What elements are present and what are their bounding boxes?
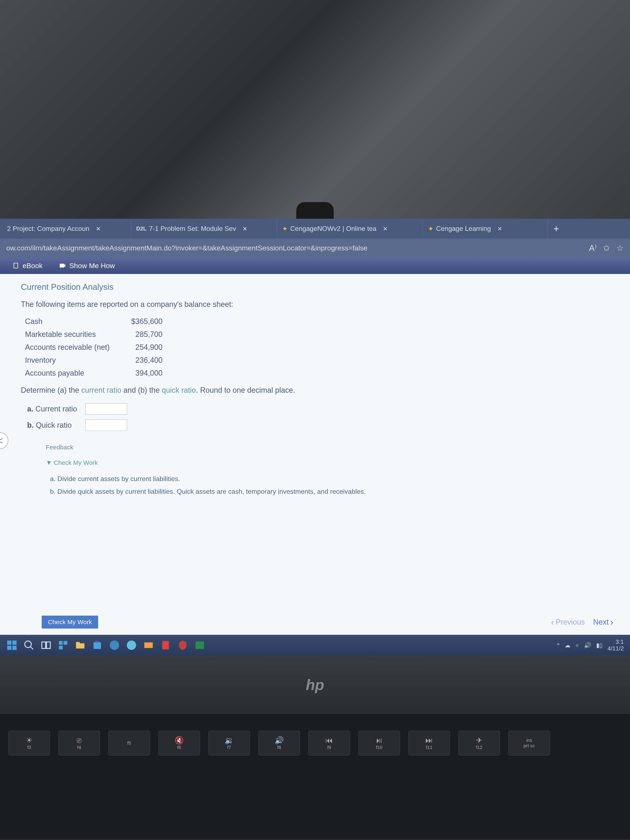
svg-rect-10 [63, 641, 67, 645]
current-ratio-input[interactable] [85, 403, 127, 415]
taskbar-left [6, 639, 205, 651]
mail-icon[interactable] [143, 639, 154, 651]
key-f8: 🔊f8 [258, 731, 300, 756]
volume-icon[interactable]: 🔊 [584, 642, 591, 649]
key-f5: f5 [108, 731, 150, 756]
svg-rect-16 [162, 641, 169, 650]
svg-point-14 [127, 641, 136, 650]
close-icon[interactable]: × [497, 224, 502, 233]
svg-rect-9 [59, 641, 63, 645]
address-bar[interactable]: ow.com/ilrn/takeAssignment/takeAssignmen… [0, 238, 630, 257]
feedback-section: Feedback ▼ Check My Work a. Divide curre… [46, 444, 613, 498]
nav-buttons: ‹ Previous Next › [551, 617, 613, 627]
tab-d2l[interactable]: D2L 7-1 Problem Set: Module Sev × [131, 219, 277, 238]
chevron-up-icon[interactable]: ^ [557, 642, 560, 649]
tab-label: 7-1 Problem Set: Module Sev [149, 225, 236, 232]
search-icon[interactable] [23, 639, 35, 651]
row-label: Inventory [25, 356, 125, 365]
table-row: Accounts payable 394,000 [25, 367, 613, 380]
browser-tab-strip: 2 Project: Company Accoun × D2L 7-1 Prob… [0, 219, 630, 238]
bottom-bar: Check My Work ‹ Previous Next › [0, 607, 630, 635]
app-icon[interactable] [126, 639, 137, 651]
row-label: Marketable securities [25, 330, 125, 339]
check-my-work-toggle[interactable]: ▼ Check My Work [46, 459, 613, 466]
svg-rect-0 [60, 264, 64, 268]
answer-row-a: a. Current ratio [21, 401, 613, 417]
laptop-bezel: hp [0, 655, 630, 714]
row-label: Accounts receivable (net) [25, 343, 125, 352]
edge-icon[interactable] [109, 639, 120, 651]
key-f6: 🔇f6 [158, 731, 200, 756]
key-f3: ☀f3 [8, 731, 50, 756]
table-row: Marketable securities 285,700 [25, 328, 613, 341]
tab-cengage-learning[interactable]: ✦ Cengage Learning × [423, 219, 548, 238]
cloud-icon[interactable]: ☁ [565, 642, 570, 649]
office-icon[interactable] [160, 639, 171, 651]
widgets-icon[interactable] [57, 639, 69, 651]
wifi-icon[interactable]: ⟐ [575, 642, 579, 649]
clock[interactable]: 3:1 4/11/2 [608, 638, 624, 652]
svg-rect-4 [12, 646, 16, 650]
explorer-icon[interactable] [74, 639, 86, 651]
store-icon[interactable] [92, 639, 103, 651]
svg-rect-12 [93, 643, 101, 649]
url-text: ow.com/ilrn/takeAssignment/takeAssignmen… [6, 244, 589, 252]
excel-icon[interactable] [194, 639, 205, 651]
favorite-star-icon[interactable]: ☆ [616, 243, 624, 253]
svg-rect-7 [42, 642, 46, 649]
feedback-item: a. Divide current assets by current liab… [46, 472, 613, 485]
next-button[interactable]: Next › [593, 617, 613, 627]
security-icon[interactable] [177, 639, 188, 651]
windows-taskbar: ^ ☁ ⟐ 🔊 ▮▯ 3:1 4/11/2 [0, 635, 630, 655]
tab-label: 2 Project: Company Accoun [7, 225, 89, 232]
feedback-item: b. Divide quick assets by current liabil… [46, 485, 613, 498]
row-label: Accounts payable [25, 369, 125, 377]
prev-page-circle[interactable]: < [0, 432, 8, 449]
tab-label: Cengage Learning [436, 225, 491, 232]
previous-button[interactable]: ‹ Previous [551, 617, 585, 627]
row-label: Cash [25, 317, 125, 326]
show-me-label: Show Me How [69, 262, 115, 270]
key-f11: ⏭f11 [408, 731, 450, 756]
book-icon [13, 262, 19, 269]
key-f9: ⏮f9 [308, 731, 350, 756]
close-icon[interactable]: × [243, 224, 247, 233]
tab-cengage-now[interactable]: ✦ CengageNOWv2 | Online tea × [277, 219, 423, 238]
svg-rect-1 [7, 641, 11, 645]
key-f10: ⏯f10 [358, 731, 400, 756]
taskbar-right: ^ ☁ ⟐ 🔊 ▮▯ 3:1 4/11/2 [557, 638, 624, 652]
favorite-icon[interactable]: ✩ [603, 243, 610, 253]
tab-project[interactable]: 2 Project: Company Accoun × [2, 219, 131, 238]
feedback-title: Feedback [46, 444, 613, 451]
svg-rect-8 [46, 642, 50, 649]
ebook-button[interactable]: eBook [4, 257, 51, 274]
answer-row-b: b. Quick ratio [21, 417, 613, 433]
d2l-icon: D2L [136, 226, 147, 232]
check-my-work-button[interactable]: Check My Work [42, 616, 98, 628]
table-row: Inventory 236,400 [25, 354, 613, 367]
quick-ratio-input[interactable] [85, 420, 127, 431]
keyboard: ☀f3 ⎚f4 f5 🔇f6 🔉f7 🔊f8 ⏮f9 ⏯f10 ⏭f11 ✈f1… [0, 714, 630, 839]
laptop-screen: 2 Project: Company Accoun × D2L 7-1 Prob… [0, 219, 630, 655]
key-f12: ✈f12 [458, 731, 500, 756]
row-value: 394,000 [125, 369, 163, 377]
task-view-icon[interactable] [40, 639, 52, 651]
show-me-how-button[interactable]: Show Me How [51, 257, 123, 274]
battery-icon[interactable]: ▮▯ [596, 642, 603, 649]
ebook-label: eBook [22, 262, 43, 270]
new-tab-button[interactable]: + [548, 223, 565, 234]
video-icon [59, 262, 66, 269]
key-ins: insprt sc [508, 731, 550, 756]
tab-label: CengageNOWv2 | Online tea [290, 225, 376, 232]
close-icon[interactable]: × [383, 224, 387, 233]
read-aloud-icon[interactable]: A⁾ [589, 243, 597, 253]
close-icon[interactable]: × [96, 224, 100, 233]
start-icon[interactable] [6, 639, 17, 651]
key-f7: 🔉f7 [208, 731, 250, 756]
balance-sheet-table: Cash $365,600 Marketable securities 285,… [25, 315, 613, 380]
svg-point-5 [25, 641, 32, 648]
svg-rect-3 [7, 646, 11, 650]
row-value: 285,700 [125, 330, 163, 339]
content-area: Current Position Analysis The following … [0, 274, 630, 607]
photo-background [0, 0, 630, 219]
